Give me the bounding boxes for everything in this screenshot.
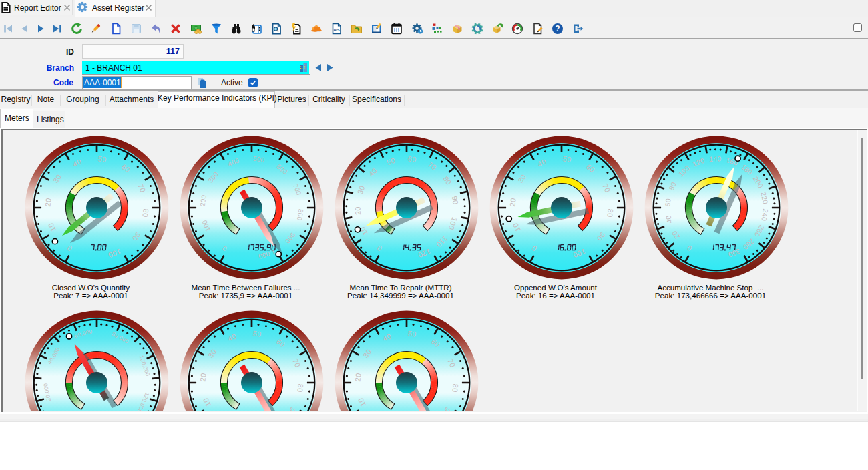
svg-text:60: 60	[407, 154, 417, 163]
svg-text:80: 80	[451, 383, 459, 393]
svg-text:20: 20	[198, 373, 207, 382]
svg-text:Peak: 1735,9 => AAA-0001: Peak: 1735,9 => AAA-0001	[199, 291, 293, 300]
svg-text:80: 80	[606, 208, 614, 218]
svg-text:140: 140	[709, 154, 722, 162]
svg-text:Accumulative Machine Stop ...: Accumulative Machine Stop ...	[657, 283, 763, 292]
svg-text:Mean Time To Repair (MTTR): Mean Time To Repair (MTTR)	[349, 283, 451, 292]
svg-text:Peak: 7 => AAA-0001: Peak: 7 => AAA-0001	[53, 291, 128, 300]
svg-text:Mean Time Between Failures ...: Mean Time Between Failures ...	[191, 283, 300, 292]
svg-text:Peak: 173,466666 => AAA-0001: Peak: 173,466666 => AAA-0001	[655, 291, 766, 300]
svg-text:Closed W.O's Quantity: Closed W.O's Quantity	[52, 283, 130, 292]
svg-text:20: 20	[43, 198, 52, 207]
svg-text:50: 50	[407, 329, 417, 338]
svg-text:50: 50	[252, 329, 262, 338]
svg-text:50: 50	[97, 154, 107, 163]
svg-text:?: ?	[555, 24, 560, 33]
svg-text:80: 80	[296, 383, 304, 393]
svg-text:60: 60	[663, 198, 672, 206]
svg-text:Peak: 16 => AAA-0001: Peak: 16 => AAA-0001	[516, 291, 595, 300]
svg-text:Oppened W.O's Amount: Oppened W.O's Amount	[514, 283, 598, 292]
svg-text:50: 50	[562, 154, 572, 163]
svg-text:80: 80	[141, 208, 150, 218]
svg-text:HIS: HIS	[333, 28, 340, 32]
svg-text:20: 20	[353, 373, 362, 382]
svg-text:20: 20	[508, 198, 517, 207]
svg-text:Peak: 14,349999 => AAA-0001: Peak: 14,349999 => AAA-0001	[347, 291, 454, 300]
svg-text:20: 20	[353, 206, 362, 216]
svg-text:90: 90	[451, 196, 460, 205]
